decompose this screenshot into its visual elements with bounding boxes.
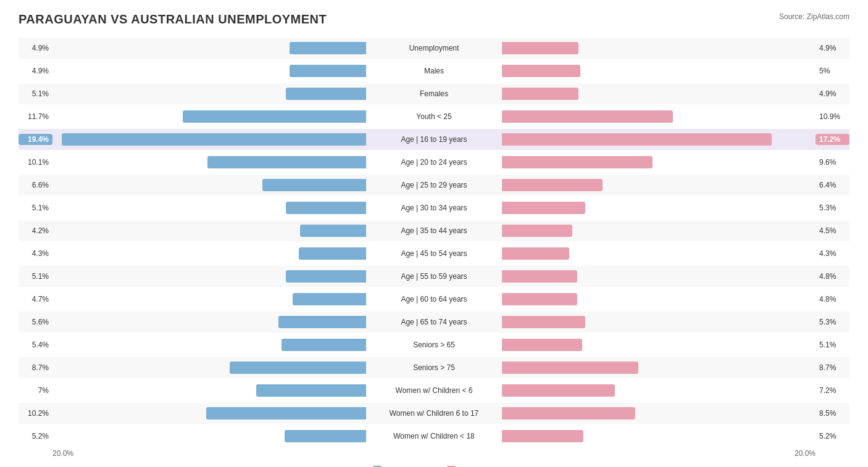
left-value: 4.3% [19,249,52,258]
left-value: 7% [19,386,52,395]
left-bar [299,247,366,260]
right-value: 5.3% [816,204,849,212]
bar-layout: 8.7% Seniors > 75 8.7% [19,357,849,378]
bar-layout: 7% Women w/ Children < 6 7.2% [19,380,849,401]
left-bar [285,430,366,442]
left-value: 4.9% [19,44,52,52]
bar-label: Females [366,89,502,98]
bar-layout: 6.6% Age | 25 to 29 years 6.4% [19,175,849,196]
bar-layout: 5.1% Age | 30 to 34 years 5.3% [19,197,849,218]
left-bar-container [52,362,366,374]
right-bar-container [502,156,816,168]
bar-layout: 4.9% Males 5% [19,60,849,81]
bar-layout: 5.2% Women w/ Children < 18 5.2% [19,426,849,447]
chart-container: PARAGUAYAN VS AUSTRALIAN UNEMPLOYMENT So… [19,12,849,467]
right-bar [502,156,653,168]
left-value: 5.6% [19,318,52,326]
right-bar-container [502,65,816,77]
right-bar [502,225,572,237]
bar-label: Women w/ Children < 6 [366,386,502,395]
right-bar-container [502,362,816,374]
right-value: 4.9% [816,44,849,52]
right-bar-container [502,179,816,191]
bar-layout: 10.2% Women w/ Children 6 to 17 8.5% [19,403,849,424]
left-bar [290,42,366,54]
left-value: 10.1% [19,158,52,167]
right-value: 17.2% [816,134,849,145]
right-bar-container [502,88,816,100]
left-value: 6.6% [19,181,52,189]
bar-label: Youth < 25 [366,112,502,121]
left-bar-container [52,247,366,260]
right-value: 4.5% [816,226,849,235]
bar-label: Age | 65 to 74 years [366,318,502,326]
right-value: 6.4% [816,181,849,189]
left-bar [62,133,366,146]
left-bar-container [52,202,366,214]
right-bar [502,88,578,100]
right-value: 4.9% [816,89,849,98]
right-value: 5.3% [816,318,849,326]
left-value: 4.7% [19,295,52,304]
bar-layout: 4.2% Age | 35 to 44 years 4.5% [19,220,849,241]
bar-layout: 4.7% Age | 60 to 64 years 4.8% [19,289,849,310]
bar-row: 5.1% Females 4.9% [19,83,849,104]
left-bar-container [52,384,366,397]
right-bar-container [502,293,816,305]
left-bar-container [52,316,366,328]
left-bar-container [52,42,366,54]
left-bar [282,339,366,351]
bar-label: Age | 25 to 29 years [366,181,502,189]
bar-layout: 11.7% Youth < 25 10.9% [19,106,849,127]
right-bar-container [502,407,816,419]
right-bar [502,202,585,214]
bar-row: 19.4% Age | 16 to 19 years 17.2% [19,129,849,150]
right-value: 5.1% [816,341,849,349]
right-bar-container [502,430,816,442]
left-value: 10.2% [19,409,52,418]
bar-label: Women w/ Children 6 to 17 [366,409,502,418]
left-bar-container [52,65,366,77]
bar-layout: 4.9% Unemployment 4.9% [19,38,849,59]
left-bar-container [52,110,366,123]
bar-label: Age | 55 to 59 years [366,272,502,281]
chart-title: PARAGUAYAN VS AUSTRALIAN UNEMPLOYMENT [19,12,327,27]
left-value: 4.9% [19,67,52,75]
left-bar-container [52,156,366,168]
left-bar-container [52,270,366,283]
left-bar [278,316,366,328]
bar-layout: 19.4% Age | 16 to 19 years 17.2% [19,129,849,150]
left-bar [293,293,366,305]
left-bar-container [52,133,366,146]
left-value: 19.4% [19,134,52,145]
left-bar-container [52,430,366,442]
bar-row: 4.9% Unemployment 4.9% [19,38,849,59]
left-value: 8.7% [19,363,52,372]
left-bar [300,225,366,237]
bar-row: 11.7% Youth < 25 10.9% [19,106,849,127]
bar-label: Males [366,67,502,75]
right-bar [502,430,583,442]
right-value: 10.9% [816,112,849,121]
bar-row: 4.9% Males 5% [19,60,849,81]
bar-label: Age | 16 to 19 years [366,135,502,144]
right-value: 4.8% [816,295,849,304]
left-bar [262,179,366,191]
bar-row: 7% Women w/ Children < 6 7.2% [19,380,849,401]
bar-row: 6.6% Age | 25 to 29 years 6.4% [19,175,849,196]
bar-row: 5.1% Age | 55 to 59 years 4.8% [19,266,849,287]
right-bar [502,407,635,419]
right-bar [502,339,582,351]
left-value: 4.2% [19,226,52,235]
right-bar [502,110,673,123]
right-bar [502,384,615,397]
bar-row: 10.2% Women w/ Children 6 to 17 8.5% [19,403,849,424]
right-value: 5% [816,67,849,75]
left-bar [286,270,366,283]
right-bar-container [502,133,816,146]
left-value: 5.4% [19,341,52,349]
bar-label: Age | 30 to 34 years [366,204,502,212]
bar-row: 4.2% Age | 35 to 44 years 4.5% [19,220,849,241]
left-bar [290,65,366,77]
left-bar [256,384,366,397]
